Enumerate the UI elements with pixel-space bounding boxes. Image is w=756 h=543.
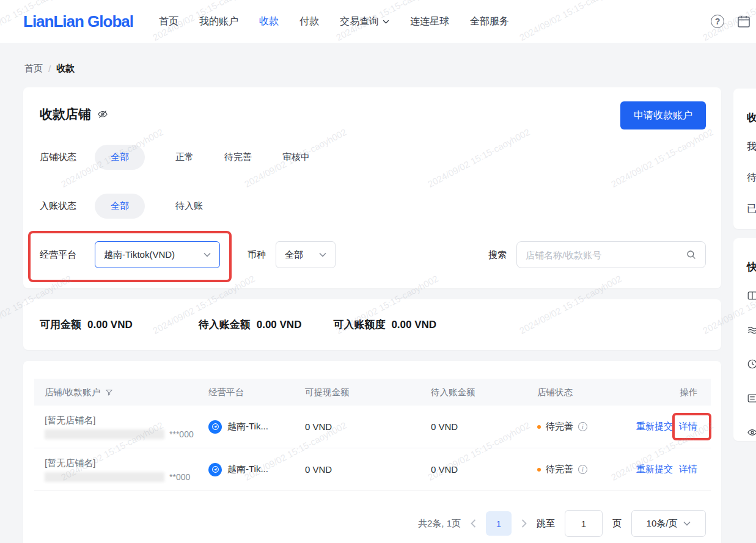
summary-label: 可入账额度 [333, 318, 385, 332]
help-icon[interactable]: ? [711, 15, 724, 28]
book-icon[interactable] [747, 290, 756, 301]
apply-collection-account-button[interactable]: 申请收款账户 [620, 101, 706, 129]
currency-select-value: 全部 [285, 249, 303, 261]
col-pending: 待入账金额 [431, 387, 537, 398]
resubmit-link[interactable]: 重新提交 [636, 464, 673, 475]
nav-item-all-services[interactable]: 全部服务 [470, 15, 509, 28]
actions-cell: 重新提交 详情 [636, 464, 697, 475]
shop-name: [暂无店铺名] [45, 415, 208, 426]
status-badge: 待完善 [546, 464, 573, 475]
eye-slash-icon[interactable] [97, 109, 108, 120]
summary-pending-entry: 待入账金额 0.00 VND [199, 318, 302, 332]
filter-label: 入账状态 [40, 200, 95, 212]
breadcrumb: 首页 / 收款 [24, 63, 75, 75]
chevron-down-icon [383, 20, 389, 24]
sidebar-card-title: 快 [747, 260, 756, 274]
detail-link[interactable]: 详情 [679, 421, 697, 432]
calendar-icon[interactable] [736, 14, 751, 29]
table-row: [暂无店铺名] **000 越南-Tik... 0 VND 0 VND 待完善 … [34, 448, 711, 491]
sidebar-item[interactable]: 我 [747, 140, 756, 153]
search-input[interactable] [526, 250, 686, 260]
prev-page-icon[interactable] [471, 519, 476, 528]
platform-select-value: 越南-Tiktok(VND) [104, 249, 175, 261]
eye-icon[interactable] [747, 427, 756, 438]
search-icon[interactable] [686, 249, 697, 260]
search-label: 搜索 [488, 249, 507, 261]
filter-label: 经营平台 [40, 249, 95, 261]
nav-item-payment[interactable]: 付款 [299, 15, 319, 28]
status-badge: 待完善 [546, 421, 573, 432]
status-cell: 待完善 i [537, 464, 636, 475]
shop-status-option-reviewing[interactable]: 审核中 [282, 151, 310, 163]
logo[interactable]: LianLian Global [23, 12, 133, 31]
status-dot [537, 425, 541, 429]
info-icon[interactable]: i [578, 422, 587, 431]
page-size-select[interactable]: 10条/页 [631, 510, 706, 537]
redacted-account [45, 472, 164, 482]
detail-link[interactable]: 详情 [679, 464, 697, 475]
shop-status-option-normal[interactable]: 正常 [175, 151, 194, 163]
sidebar-item[interactable]: 待 [747, 172, 756, 184]
clock-icon[interactable] [747, 359, 756, 370]
page-title: 收款店铺 [40, 106, 91, 123]
nav-item-lianlian-planet[interactable]: 连连星球 [410, 15, 449, 28]
filter-label: 店铺状态 [40, 151, 95, 163]
summary-available: 可用金额 0.00 VND [40, 318, 133, 332]
layers-icon[interactable] [747, 324, 756, 335]
sidebar-item[interactable]: 已 [747, 203, 756, 216]
search-box [516, 241, 706, 268]
chevron-down-icon [204, 252, 211, 257]
platform-globe-icon [208, 463, 222, 476]
status-cell: 待完善 i [537, 421, 636, 432]
platform-select[interactable]: 越南-Tiktok(VND) [95, 241, 220, 268]
pending-amount: 0 VND [431, 421, 537, 432]
nav-item-my-account[interactable]: 我的账户 [199, 15, 238, 28]
top-nav: LianLian Global 首页 我的账户 收款 付款 交易查询 连连星球 … [0, 0, 756, 43]
collection-shops-panel: 收款店铺 申请收款账户 店铺状态 全部 正常 待完善 审核中 入账状态 全部 待… [23, 87, 721, 288]
shop-status-option-all[interactable]: 全部 [95, 145, 145, 170]
table-row: [暂无店铺名] ***000 越南-Tik... 0 VND 0 VND 待完善… [34, 406, 711, 448]
chevron-down-icon [683, 521, 691, 526]
col-shop-status: 店铺状态 [537, 387, 680, 398]
page-button-1[interactable]: 1 [486, 511, 512, 536]
platform-name: 越南-Tik... [227, 464, 268, 475]
entry-status-option-all[interactable]: 全部 [95, 194, 145, 219]
col-withdrawable: 可提现金额 [305, 387, 431, 398]
filter-funnel-icon[interactable] [105, 388, 113, 396]
platform-name: 越南-Tik... [227, 421, 268, 432]
summary-value: 0.00 VND [257, 319, 302, 331]
nav-item-transaction-query[interactable]: 交易查询 [340, 15, 389, 28]
withdrawable-amount: 0 VND [305, 421, 431, 432]
nav-item-collection[interactable]: 收款 [259, 15, 279, 28]
summary-bar: 可用金额 0.00 VND 待入账金额 0.00 VND 可入账额度 0.00 … [23, 299, 721, 350]
filter-row-platform: 经营平台 越南-Tiktok(VND) 币种 全部 搜索 [40, 241, 706, 268]
breadcrumb-home[interactable]: 首页 [24, 63, 43, 75]
resubmit-link[interactable]: 重新提交 [636, 421, 673, 432]
main-nav: 首页 我的账户 收款 付款 交易查询 连连星球 全部服务 [159, 15, 509, 28]
nav-item-home[interactable]: 首页 [159, 15, 178, 28]
entry-status-option-pending[interactable]: 待入账 [175, 200, 203, 212]
col-platform: 经营平台 [208, 387, 305, 398]
jump-page-input[interactable] [565, 510, 603, 537]
shop-account-cell: [暂无店铺名] ***000 [45, 415, 208, 439]
currency-label: 币种 [248, 249, 266, 261]
platform-cell: 越南-Tik... [208, 463, 305, 476]
pending-amount: 0 VND [431, 464, 537, 475]
platform-globe-icon [208, 420, 222, 434]
redacted-account [45, 429, 164, 439]
info-icon[interactable]: i [578, 465, 587, 474]
filter-row-entry-status: 入账状态 全部 待入账 [40, 192, 706, 219]
filter-row-shop-status: 店铺状态 全部 正常 待完善 审核中 [40, 144, 706, 170]
summary-label: 可用金额 [40, 318, 81, 332]
shop-status-option-pending[interactable]: 待完善 [224, 151, 252, 163]
next-page-icon[interactable] [521, 519, 527, 528]
sidebar-summary-card: 收 我 待 已 [733, 89, 756, 229]
list-icon[interactable] [747, 393, 756, 404]
shops-table-card: 店铺/收款账户 经营平台 可提现金额 待入账金额 店铺状态 操作 [暂无店铺名]… [23, 361, 721, 543]
shop-name: [暂无店铺名] [45, 457, 208, 469]
sidebar-quick-entry-card: 快 [733, 238, 756, 441]
nav-right-icons: ? [711, 14, 751, 29]
jump-to-label: 跳至 [537, 518, 555, 530]
table-header: 店铺/收款账户 经营平台 可提现金额 待入账金额 店铺状态 操作 [34, 379, 711, 406]
currency-select[interactable]: 全部 [276, 241, 336, 268]
